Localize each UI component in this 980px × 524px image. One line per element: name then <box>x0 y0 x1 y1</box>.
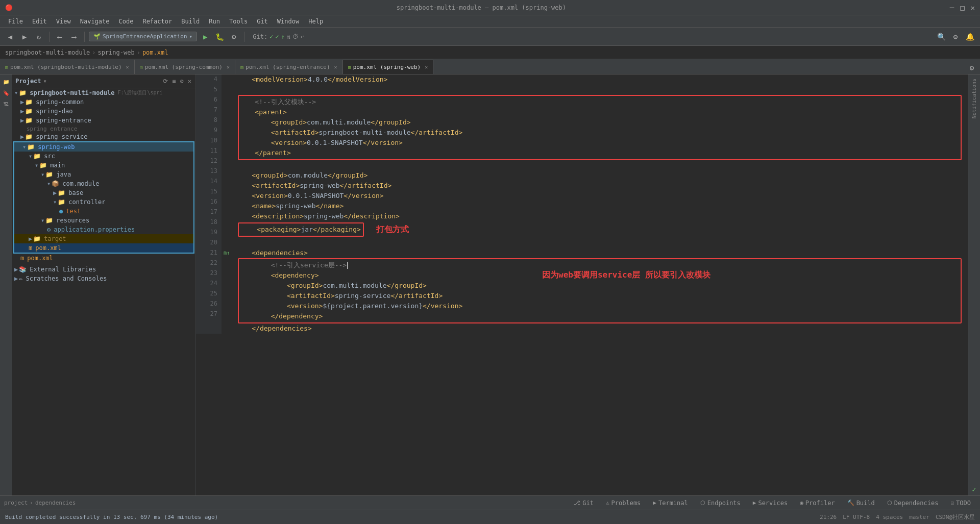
breadcrumb-file[interactable]: pom.xml <box>142 49 168 56</box>
code-line-25: <version>${project.parent.version}</vers… <box>239 301 961 311</box>
tab-pom-entrance[interactable]: m pom.xml (spring-entrance) ✕ <box>235 60 343 74</box>
tree-com-module[interactable]: ▾ 📦 com.module <box>14 179 193 188</box>
tree-src[interactable]: ▾ 📁 src <box>14 152 193 161</box>
project-icon[interactable]: 📁 <box>1 77 11 87</box>
bottom-tab-endpoints[interactable]: ⬡ Endpoints <box>695 498 746 508</box>
menu-window[interactable]: Window <box>273 17 303 26</box>
services-icon: ▶ <box>753 500 756 506</box>
menu-code[interactable]: Code <box>115 17 138 26</box>
tree-base[interactable]: ▶ 📁 base <box>14 188 193 197</box>
menu-run[interactable]: Run <box>205 17 224 26</box>
git-icon: ⎇ <box>574 500 580 506</box>
bottom-tab-build[interactable]: 🔨 Build <box>842 498 880 508</box>
tree-scratches[interactable]: ▶ ✏ Scratches and Consoles <box>12 274 195 283</box>
git-push[interactable]: ↑ <box>281 33 285 40</box>
close-icon[interactable]: ✕ <box>971 4 975 12</box>
sidebar-sync-icon[interactable]: ⟳ <box>162 77 169 86</box>
tree-external-libs[interactable]: ▶ 📚 External Libraries <box>12 265 195 274</box>
refresh-btn[interactable]: ↻ <box>33 31 45 43</box>
sidebar-close-icon[interactable]: ✕ <box>187 77 192 86</box>
tree-spring-common[interactable]: ▶ 📁 spring-common <box>12 97 195 107</box>
bottom-tab-terminal[interactable]: ▶ Terminal <box>648 498 693 508</box>
tree-pom-xml-selected[interactable]: m pom.xml <box>14 243 193 253</box>
git-fetch[interactable]: ⇅ <box>287 33 290 40</box>
tab-close-2[interactable]: ✕ <box>227 64 230 70</box>
sidebar-settings-icon[interactable]: ⚙ <box>179 77 185 86</box>
forward-btn[interactable]: ▶ <box>18 31 31 43</box>
tab-pom-multi[interactable]: m pom.xml (springboot-multi-module) ✕ <box>0 60 135 74</box>
tree-app-properties[interactable]: ⚙ application.properties <box>14 225 193 234</box>
tree-root[interactable]: ▾ 📁 springboot-multi-module F:\后端项目\spri <box>12 88 195 97</box>
redo-btn[interactable]: ⟶ <box>68 31 80 43</box>
menu-file[interactable]: File <box>4 17 27 26</box>
code-area: 4 5 6 7 8 9 10 11 12 13 14 15 16 17 18 1… <box>196 74 968 334</box>
breadcrumb-module[interactable]: spring-web <box>97 49 134 56</box>
tree-controller[interactable]: ▾ 📁 controller <box>14 197 193 207</box>
menu-git[interactable]: Git <box>253 17 272 26</box>
tree-pom-xml-root[interactable]: m pom.xml <box>12 254 195 263</box>
git-branch[interactable]: master <box>909 514 929 520</box>
tab-close-1[interactable]: ✕ <box>126 64 129 70</box>
bottom-tab-problems[interactable]: ⚠ Problems <box>601 498 646 508</box>
structure-icon[interactable]: 🏗 <box>1 99 11 109</box>
breadcrumb: springboot-multi-module › spring-web › p… <box>0 46 980 59</box>
settings-btn[interactable]: ⚙ <box>949 31 962 43</box>
git-revert[interactable]: ↩ <box>301 33 304 40</box>
tab-settings-btn[interactable]: ⚙ <box>966 62 978 74</box>
undo-btn[interactable]: ⟵ <box>54 31 66 43</box>
menu-tools[interactable]: Tools <box>225 17 252 26</box>
menu-view[interactable]: View <box>52 17 75 26</box>
bottom-tab-git[interactable]: ⎇ Git <box>569 498 599 508</box>
git-check1[interactable]: ✓ <box>270 33 273 40</box>
bookmark-icon[interactable]: 🔖 <box>1 88 11 98</box>
tab-close-4[interactable]: ✕ <box>425 64 428 70</box>
menu-help[interactable]: Help <box>304 17 327 26</box>
sidebar-collapse-icon[interactable]: ≡ <box>171 77 177 86</box>
bottom-tab-services[interactable]: ▶ Services <box>748 498 793 508</box>
search-everywhere-btn[interactable]: 🔍 <box>935 31 947 43</box>
tree-resources[interactable]: ▾ 📁 resources <box>14 216 193 225</box>
minimize-icon[interactable]: ─ <box>950 4 954 12</box>
tab-pom-common[interactable]: m pom.xml (spring-common) ✕ <box>135 60 235 74</box>
tree-spring-entrance[interactable]: ▶ 📁 spring-entrance <box>12 116 195 125</box>
cursor-position[interactable]: 21:26 <box>820 514 837 520</box>
tree-spring-dao[interactable]: ▶ 📁 spring-dao <box>12 107 195 116</box>
sidebar-dropdown-icon[interactable]: ▾ <box>43 78 47 85</box>
tree-main[interactable]: ▾ 📁 main <box>14 161 193 170</box>
git-history[interactable]: ⏱ <box>292 33 299 40</box>
menu-build[interactable]: Build <box>177 17 204 26</box>
maximize-icon[interactable]: □ <box>960 4 964 12</box>
tab-pom-web[interactable]: m pom.xml (spring-web) ✕ <box>343 60 434 74</box>
coverage-btn[interactable]: ⚙ <box>228 31 240 43</box>
tree-java[interactable]: ▾ 📁 java <box>14 170 193 179</box>
tree-spring-web[interactable]: ▾ 📁 spring-web <box>14 142 193 152</box>
bottom-tab-todo[interactable]: ☑ TODO <box>945 498 976 508</box>
bottom-tab-dependencies[interactable]: ⬡ Dependencies <box>882 498 944 508</box>
bottom-tab-profiler[interactable]: ◉ Profiler <box>795 498 840 508</box>
indent-info[interactable]: 4 spaces <box>876 514 903 520</box>
code-line-14: <artifactId>spring-web</artifactId> <box>236 181 964 191</box>
notifications-btn[interactable]: 🔔 <box>964 31 976 43</box>
code-line-9: <artifactId>springboot-multi-module</art… <box>239 128 961 138</box>
right-panel: Notifications ✓ <box>968 74 980 495</box>
tree-test-file[interactable]: ● test <box>14 207 193 216</box>
code-line-13: <groupId>com.module</groupId> <box>236 170 964 181</box>
build-icon: 🔨 <box>847 500 854 506</box>
run-btn[interactable]: ▶ <box>199 31 211 43</box>
back-btn[interactable]: ◀ <box>4 31 16 43</box>
tab-close-3[interactable]: ✕ <box>334 64 337 70</box>
tree-spring-service[interactable]: ▶ 📁 spring-service <box>12 132 195 141</box>
run-configuration[interactable]: 🌱 SpringEntranceApplication ▾ <box>89 32 197 41</box>
menu-navigate[interactable]: Navigate <box>76 17 114 26</box>
editor-area[interactable]: 4 5 6 7 8 9 10 11 12 13 14 15 16 17 18 1… <box>196 74 968 495</box>
tree-target[interactable]: ▶ 📁 target <box>14 234 193 243</box>
dependencies-icon: ⬡ <box>887 500 892 506</box>
menu-refactor[interactable]: Refactor <box>138 17 176 26</box>
code-line-5 <box>236 85 964 95</box>
breadcrumb-root[interactable]: springboot-multi-module <box>5 49 90 56</box>
debug-btn[interactable]: 🐛 <box>213 31 226 43</box>
git-check2[interactable]: ✓ <box>275 33 279 40</box>
menu-edit[interactable]: Edit <box>28 17 51 26</box>
encoding[interactable]: LF UTF-8 <box>843 514 870 520</box>
notifications-panel[interactable]: Notifications <box>969 74 979 122</box>
